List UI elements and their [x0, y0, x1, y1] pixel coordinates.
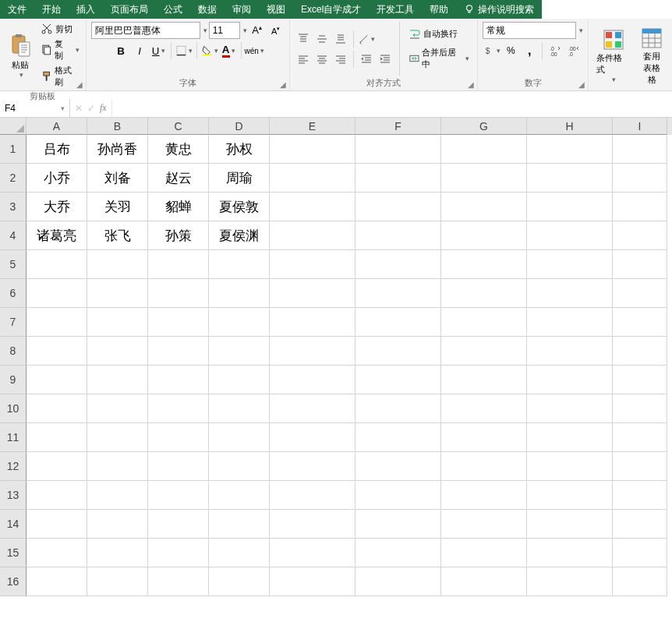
cell[interactable]: [209, 510, 270, 539]
column-header[interactable]: B: [87, 118, 148, 135]
cell[interactable]: [270, 481, 355, 510]
merge-center-button[interactable]: 合并后居中 ▾: [405, 45, 473, 72]
cell[interactable]: [148, 337, 209, 366]
cell[interactable]: [355, 481, 441, 510]
cell[interactable]: [527, 481, 613, 510]
align-left-button[interactable]: [295, 51, 312, 68]
fill-color-button[interactable]: ▾: [201, 42, 218, 59]
currency-button[interactable]: $▾: [483, 42, 500, 59]
increase-decimal-button[interactable]: .0.00: [546, 42, 564, 59]
cell[interactable]: [441, 510, 527, 539]
cell[interactable]: [270, 337, 355, 366]
cell[interactable]: [209, 250, 270, 279]
cell[interactable]: [27, 481, 87, 510]
cell[interactable]: [441, 423, 527, 452]
border-button[interactable]: ▾: [175, 42, 193, 59]
cell[interactable]: [209, 366, 270, 394]
comma-button[interactable]: ,: [521, 42, 538, 59]
cell[interactable]: [27, 510, 87, 539]
column-header[interactable]: A: [27, 118, 87, 135]
column-header[interactable]: C: [148, 118, 209, 135]
font-name-dropdown-icon[interactable]: ▾: [203, 27, 207, 34]
cell[interactable]: [209, 308, 270, 337]
row-header[interactable]: 12: [0, 452, 27, 481]
cell[interactable]: [613, 452, 667, 481]
name-box[interactable]: F4 ▾: [0, 99, 70, 117]
cell[interactable]: [613, 567, 667, 596]
increase-indent-button[interactable]: [377, 51, 394, 68]
cell[interactable]: [87, 539, 148, 567]
cell[interactable]: [209, 452, 270, 481]
cell[interactable]: 诸葛亮: [27, 221, 87, 250]
fx-icon[interactable]: fx: [100, 102, 107, 114]
row-header[interactable]: 2: [0, 164, 27, 193]
row-header[interactable]: 6: [0, 279, 27, 308]
cell[interactable]: 刘备: [87, 164, 148, 193]
cell[interactable]: [441, 135, 527, 164]
cell[interactable]: [270, 193, 355, 221]
cell[interactable]: [355, 135, 441, 164]
cell[interactable]: 孙策: [148, 221, 209, 250]
cut-button[interactable]: 剪切: [39, 22, 81, 36]
cell[interactable]: [148, 452, 209, 481]
cell[interactable]: [27, 337, 87, 366]
cell[interactable]: 夏侯敦: [209, 193, 270, 221]
row-header[interactable]: 10: [0, 394, 27, 423]
align-middle-button[interactable]: [313, 30, 331, 48]
menu-tab-data[interactable]: 数据: [190, 0, 225, 19]
cell[interactable]: [355, 164, 441, 193]
cell[interactable]: [527, 394, 613, 423]
row-header[interactable]: 13: [0, 481, 27, 510]
cell[interactable]: [613, 308, 667, 337]
cell[interactable]: [613, 279, 667, 308]
cell[interactable]: [209, 394, 270, 423]
cell[interactable]: [209, 279, 270, 308]
cell[interactable]: [527, 221, 613, 250]
cell[interactable]: [355, 567, 441, 596]
alignment-launcher[interactable]: ◢: [466, 80, 476, 89]
cell[interactable]: [148, 423, 209, 452]
cell[interactable]: [441, 193, 527, 221]
cell[interactable]: [613, 135, 667, 164]
cell[interactable]: [87, 452, 148, 481]
cell[interactable]: [87, 567, 148, 596]
cell[interactable]: [527, 366, 613, 394]
font-name-select[interactable]: [91, 22, 200, 39]
cell[interactable]: [148, 250, 209, 279]
cell[interactable]: [441, 279, 527, 308]
cell[interactable]: [527, 135, 613, 164]
table-format-button[interactable]: 套用 表格格: [636, 24, 667, 87]
cell[interactable]: 孙权: [209, 135, 270, 164]
cell[interactable]: [27, 567, 87, 596]
cell[interactable]: [270, 135, 355, 164]
cell[interactable]: 孙尚香: [87, 135, 148, 164]
cell[interactable]: [148, 481, 209, 510]
cell[interactable]: [527, 308, 613, 337]
cell[interactable]: [355, 394, 441, 423]
cell[interactable]: [527, 164, 613, 193]
cell[interactable]: [613, 193, 667, 221]
row-header[interactable]: 3: [0, 193, 27, 221]
menu-tab-review[interactable]: 审阅: [225, 0, 259, 19]
cell[interactable]: [270, 394, 355, 423]
cell[interactable]: [613, 164, 667, 193]
accept-formula-icon[interactable]: ✓: [87, 103, 95, 114]
cell[interactable]: [270, 423, 355, 452]
cell[interactable]: [270, 567, 355, 596]
cell[interactable]: [209, 567, 270, 596]
row-header[interactable]: 16: [0, 567, 27, 596]
cell[interactable]: [441, 567, 527, 596]
cell[interactable]: [355, 539, 441, 567]
cell[interactable]: [87, 423, 148, 452]
cell[interactable]: 夏侯渊: [209, 221, 270, 250]
number-format-select[interactable]: [483, 22, 576, 39]
cell[interactable]: [441, 308, 527, 337]
cells-area[interactable]: 吕布孙尚香黄忠孙权小乔刘备赵云周瑜大乔关羽貂蝉夏侯敦诸葛亮张飞孙策夏侯渊: [27, 135, 667, 596]
cell[interactable]: 黄忠: [148, 135, 209, 164]
align-top-button[interactable]: [295, 30, 312, 48]
cell[interactable]: [27, 394, 87, 423]
cell[interactable]: 小乔: [27, 164, 87, 193]
cell[interactable]: [527, 250, 613, 279]
cell[interactable]: 大乔: [27, 193, 87, 221]
cell[interactable]: [209, 423, 270, 452]
